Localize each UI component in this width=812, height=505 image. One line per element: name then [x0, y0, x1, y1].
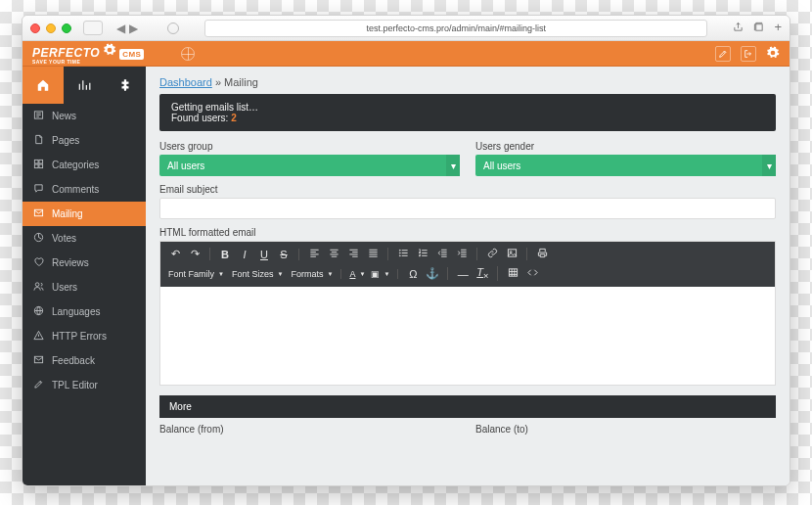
sidebar-item-mailing[interactable]: Mailing [23, 202, 146, 226]
font-size-select[interactable]: Font Sizes▼ [232, 269, 283, 279]
text-color-icon[interactable]: A▼ [349, 269, 365, 279]
breadcrumb-sep: » [212, 76, 224, 88]
language-switch-icon[interactable] [181, 47, 195, 61]
link-icon[interactable] [485, 248, 499, 260]
sidebar-item-http-errors[interactable]: HTTP Errors [23, 324, 146, 348]
align-center-icon[interactable] [327, 248, 340, 260]
align-right-icon[interactable] [346, 248, 360, 260]
users-gender-select[interactable]: All users ▾ [475, 155, 776, 176]
sidebar-tab-plugins[interactable] [105, 67, 146, 104]
sidebar-item-languages[interactable]: Languages [23, 299, 146, 324]
maximize-window-dot[interactable] [62, 23, 71, 33]
sidebar-toggle-button[interactable] [83, 21, 103, 35]
sidebar-item-categories[interactable]: Categories [23, 153, 146, 177]
close-window-dot[interactable] [30, 23, 40, 33]
bold-icon[interactable]: B [218, 249, 232, 260]
sidebar-item-label: HTTP Errors [52, 331, 107, 342]
sidebar-item-votes[interactable]: Votes [23, 226, 146, 251]
hr-icon[interactable]: — [456, 268, 470, 280]
print-icon[interactable] [535, 248, 549, 260]
more-section-header[interactable]: More [159, 395, 776, 418]
svg-rect-5 [38, 164, 42, 168]
logout-icon[interactable] [741, 46, 756, 62]
sidebar-item-feedback[interactable]: Feedback [23, 348, 146, 373]
outdent-icon[interactable] [435, 248, 449, 260]
strike-icon[interactable]: S [277, 249, 291, 260]
html-email-label: HTML formatted email [159, 227, 776, 238]
sidebar-item-comments[interactable]: Comments [23, 177, 146, 202]
image-icon[interactable] [505, 248, 519, 260]
email-subject-input[interactable] [159, 198, 776, 219]
pages-icon [32, 134, 44, 147]
sidebar-item-label: Categories [52, 160, 99, 170]
chevron-down-icon: ▼ [278, 271, 284, 277]
sidebar-item-label: Languages [52, 306, 101, 317]
sidebar-item-pages[interactable]: Pages [23, 128, 146, 153]
status-count: 2 [231, 113, 237, 123]
redo-icon[interactable]: ↷ [188, 248, 202, 260]
reviews-icon [32, 256, 44, 269]
sidebar-item-label: Feedback [52, 355, 95, 366]
svg-rect-0 [756, 24, 762, 30]
new-tab-icon[interactable]: + [774, 22, 782, 34]
comments-icon [32, 183, 44, 196]
svg-rect-4 [34, 164, 38, 168]
brand-logo[interactable]: PERFECTO SAVE YOUR TIME CMS [32, 43, 144, 65]
sidebar-item-news[interactable]: News [23, 104, 146, 128]
share-icon[interactable] [733, 22, 744, 34]
undo-icon[interactable]: ↶ [168, 248, 182, 260]
breadcrumb-root[interactable]: Dashboard [159, 76, 212, 88]
minimize-window-dot[interactable] [46, 23, 56, 33]
email-subject-label: Email subject [159, 184, 776, 195]
anchor-icon[interactable]: ⚓ [426, 267, 439, 280]
users-group-select[interactable]: All users ▾ [159, 155, 460, 176]
tabs-icon[interactable] [753, 22, 764, 34]
sidebar-item-label: Comments [52, 184, 99, 195]
bullet-list-icon[interactable] [396, 248, 410, 260]
settings-gear-icon[interactable] [766, 46, 780, 62]
italic-icon[interactable]: I [238, 249, 251, 260]
lang-icon [32, 305, 44, 318]
align-justify-icon[interactable] [366, 248, 380, 260]
chevron-down-icon: ▼ [218, 271, 224, 277]
table-icon[interactable] [506, 267, 519, 280]
sidebar-item-label: Users [52, 282, 77, 293]
back-button[interactable]: ◀ [116, 22, 125, 35]
svg-point-8 [35, 283, 39, 287]
forward-button[interactable]: ▶ [129, 22, 138, 35]
sidebar-item-users[interactable]: Users [23, 275, 146, 299]
source-code-icon[interactable] [525, 267, 539, 280]
svg-rect-14 [508, 250, 516, 256]
sidebar-tab-stats[interactable] [64, 67, 105, 104]
rte-content-area[interactable] [160, 287, 775, 385]
feedback-icon [32, 354, 44, 367]
sidebar-tab-home[interactable] [23, 67, 64, 104]
categories-icon [32, 159, 44, 171]
edit-layout-icon[interactable] [715, 46, 731, 62]
sidebar-item-reviews[interactable]: Reviews [23, 251, 146, 275]
fill-color-icon[interactable]: ▣▼ [371, 269, 389, 279]
ordered-list-icon[interactable] [416, 248, 429, 260]
special-char-icon[interactable]: Ω [406, 268, 420, 280]
underline-icon[interactable]: U [257, 249, 271, 260]
sidebar-item-tpl-editor[interactable]: TPL Editor [23, 373, 146, 397]
users-group-label: Users group [159, 141, 460, 152]
align-left-icon[interactable] [307, 248, 321, 260]
svg-rect-3 [38, 160, 42, 163]
reader-icon[interactable] [167, 23, 179, 34]
indent-icon[interactable] [455, 248, 469, 260]
status-line-1: Getting emails list… [171, 102, 764, 113]
tpl-icon [32, 379, 44, 391]
breadcrumb: Dashboard » Mailing [146, 67, 789, 94]
font-family-select[interactable]: Font Family▼ [168, 269, 224, 279]
brand-badge: CMS [119, 49, 144, 60]
brand-main: PERFECTO [32, 46, 100, 60]
cms-header: PERFECTO SAVE YOUR TIME CMS [23, 41, 789, 67]
sidebar-item-label: Votes [52, 233, 76, 244]
clear-format-icon[interactable]: T× [475, 266, 489, 281]
brand-sub: SAVE YOUR TIME [32, 60, 100, 65]
status-line-2-prefix: Found users: [171, 113, 231, 123]
formats-select[interactable]: Formats▼ [291, 269, 333, 279]
url-bar[interactable]: test.perfecto-cms.pro/admin/main/#mailin… [204, 20, 707, 37]
news-icon [32, 110, 44, 122]
